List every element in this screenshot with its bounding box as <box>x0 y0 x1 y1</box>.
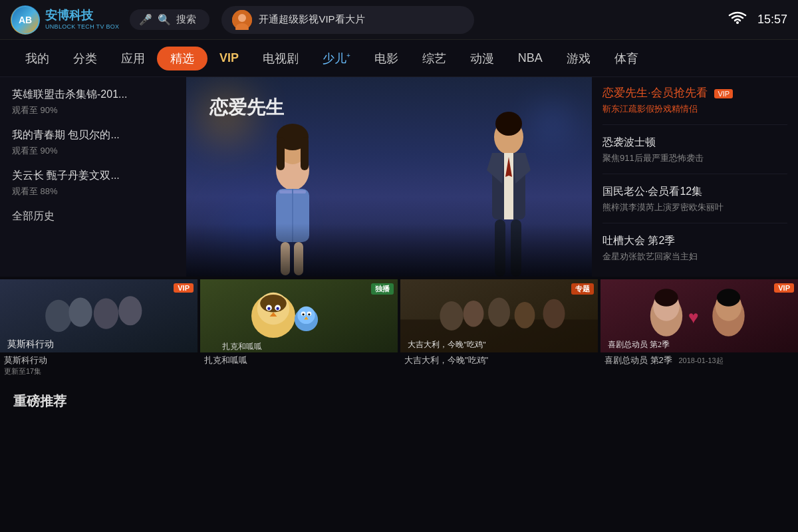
history-item-2[interactable]: 我的青春期 包贝尔的... 观看至 90% <box>12 128 174 157</box>
nav-item-kids[interactable]: 少儿+ <box>311 45 362 72</box>
nav-item-movies[interactable]: 电影 <box>362 45 410 72</box>
svg-rect-12 <box>277 137 285 170</box>
thumb-label-3: 大吉大利，今晚"吃鸡" <box>400 352 598 369</box>
svg-point-45 <box>297 307 315 324</box>
sidebar-item-4[interactable]: 吐槽大会 第2季 金星劝张歆艺回家当主妇 <box>602 234 787 272</box>
svg-text:莫斯科行动: 莫斯科行动 <box>7 338 54 349</box>
sidebar-item-2[interactable]: 恐袭波士顿 聚焦911后最严重恐怖袭击 <box>602 136 787 174</box>
svg-text:喜剧总动员 第2季: 喜剧总动员 第2季 <box>608 340 670 349</box>
svg-point-42 <box>276 307 279 310</box>
main-content: 英雄联盟击杀集锦-201... 观看至 90% 我的青春期 包贝尔的... 观看… <box>0 77 798 277</box>
svg-point-58 <box>543 299 565 329</box>
svg-point-67 <box>717 289 740 306</box>
time-display: 15:57 <box>757 13 787 27</box>
search-icon: 🔍 <box>158 13 171 26</box>
nav-item-games[interactable]: 游戏 <box>555 45 602 72</box>
svg-rect-13 <box>301 137 309 170</box>
svg-point-6 <box>736 21 739 24</box>
logo-icon: AB <box>11 5 40 35</box>
svg-point-29 <box>45 300 72 332</box>
sidebar-desc-3: 熊梓淇李漠芮上演罗密欧朱丽叶 <box>602 201 787 213</box>
svg-point-55 <box>464 301 484 327</box>
nav-item-vip[interactable]: VIP <box>207 46 251 70</box>
nav-item-my[interactable]: 我的 <box>13 45 61 72</box>
wifi-icon <box>728 11 747 29</box>
logo-area: AB 安博科技 UNBLOCK TECH TV BOX <box>11 5 119 35</box>
thumb-item-1[interactable]: 莫斯科行动 VIP 莫斯科行动 更新至17集 <box>0 279 198 380</box>
search-label: 搜索 <box>176 13 196 26</box>
thumb-label-2: 扎克和呱呱 <box>200 352 398 369</box>
sidebar-title-2: 恐袭波士顿 <box>602 136 787 150</box>
feature-area[interactable]: 恋爱先生 <box>186 77 592 277</box>
sidebar-title-4: 吐槽大会 第2季 <box>602 234 787 248</box>
thumb-badge-1: VIP <box>174 283 194 293</box>
svg-point-54 <box>440 301 463 331</box>
nav-item-category[interactable]: 分类 <box>61 45 109 72</box>
history-panel: 英雄联盟击杀集锦-201... 观看至 90% 我的青春期 包贝尔的... 观看… <box>0 77 186 277</box>
svg-point-32 <box>118 296 142 325</box>
logo-cn: 安博科技 <box>45 9 119 23</box>
section-title: 重磅推荐 <box>13 392 785 410</box>
logo-en: UNBLOCK TECH TV BOX <box>45 23 119 31</box>
history-title-3: 关云长 甄子丹姜文双... <box>12 169 174 183</box>
vip-promo-bar[interactable]: 开通超级影视VIP看大片 <box>221 6 474 34</box>
svg-point-31 <box>94 299 118 329</box>
thumb-bg-3: 大吉大利，今晚"吃鸡" 专题 <box>400 279 598 352</box>
vip-promo-text: 开通超级影视VIP看大片 <box>259 13 364 26</box>
thumb-badge-3: 专题 <box>571 283 594 295</box>
vip-badge: VIP <box>714 89 733 98</box>
history-title-1: 英雄联盟击杀集锦-201... <box>12 88 174 102</box>
navigation: 我的 分类 应用 精选 VIP 电视剧 少儿+ 电影 综艺 动漫 NBA 游戏 … <box>0 40 798 77</box>
thumb-item-2[interactable]: 扎克和呱呱 独播 扎克和呱呱 <box>200 279 398 380</box>
svg-text:♥: ♥ <box>688 307 699 327</box>
svg-text:大吉大利，今晚"吃鸡": 大吉大利，今晚"吃鸡" <box>408 340 486 349</box>
thumb-item-3[interactable]: 大吉大利，今晚"吃鸡" 专题 大吉大利，今晚"吃鸡" <box>400 279 598 380</box>
sidebar-desc-2: 聚焦911后最严重恐怖袭击 <box>602 152 787 164</box>
nav-item-featured[interactable]: 精选 <box>157 47 207 70</box>
history-item-1[interactable]: 英雄联盟击杀集锦-201... 观看至 90% <box>12 88 174 116</box>
mic-icon: 🎤 <box>139 13 152 26</box>
nav-item-apps[interactable]: 应用 <box>109 45 157 72</box>
sidebar-item-3[interactable]: 国民老公·会员看12集 熊梓淇李漠芮上演罗密欧朱丽叶 <box>602 185 787 223</box>
thumb-item-4[interactable]: ♥ 喜剧总动员 第2季 VIP 喜剧总动员 第2季 2018-01-13起 <box>600 279 798 380</box>
svg-point-57 <box>515 302 535 329</box>
search-area[interactable]: 🎤 🔍 搜索 <box>130 9 209 30</box>
thumb-bg-2: 扎克和呱呱 独播 <box>200 279 398 352</box>
history-progress-1: 观看至 90% <box>12 104 174 116</box>
vip-avatar <box>232 10 252 30</box>
nav-item-nba[interactable]: NBA <box>506 46 555 70</box>
svg-text:AB: AB <box>19 15 32 25</box>
header: AB 安博科技 UNBLOCK TECH TV BOX 🎤 🔍 搜索 开通超级影… <box>0 0 798 40</box>
svg-point-38 <box>260 295 287 312</box>
show-title-image: 恋爱先生 <box>206 90 286 126</box>
thumb-badge-2: 独播 <box>371 283 394 295</box>
svg-point-30 <box>68 298 92 327</box>
svg-point-19 <box>495 112 522 136</box>
sidebar-title-1: 恋爱先生·会员抢先看 VIP <box>602 85 787 100</box>
thumb-bg-1: 莫斯科行动 VIP <box>0 279 198 352</box>
history-title-2: 我的青春期 包贝尔的... <box>12 128 174 142</box>
svg-text:恋爱先生: 恋爱先生 <box>209 96 285 118</box>
sidebar-title-3: 国民老公·会员看12集 <box>602 185 787 199</box>
thumb-badge-4: VIP <box>774 283 794 293</box>
history-progress-2: 观看至 90% <box>12 145 174 157</box>
thumbnails-row: 莫斯科行动 VIP 莫斯科行动 更新至17集 <box>0 277 798 383</box>
sidebar-subtitle-1: 靳东江疏影假扮戏精情侣 <box>602 103 787 115</box>
svg-point-41 <box>267 307 270 310</box>
sidebar-desc-4: 金星劝张歆艺回家当主妇 <box>602 251 787 263</box>
nav-item-tvdrama[interactable]: 电视剧 <box>251 45 311 72</box>
svg-point-4 <box>238 14 246 22</box>
bottom-section: 重磅推荐 <box>0 383 798 417</box>
nav-item-anime[interactable]: 动漫 <box>458 45 506 72</box>
history-item-3[interactable]: 关云长 甄子丹姜文双... 观看至 88% <box>12 169 174 198</box>
svg-point-63 <box>654 289 678 306</box>
thumb-bg-4: ♥ 喜剧总动员 第2季 VIP <box>600 279 798 352</box>
thumb-label-4: 喜剧总动员 第2季 2018-01-13起 <box>600 352 798 369</box>
sidebar-item-1[interactable]: 恋爱先生·会员抢先看 VIP 靳东江疏影假扮戏精情侣 <box>602 85 787 125</box>
all-history-link[interactable]: 全部历史 <box>12 209 174 223</box>
nav-item-sports[interactable]: 体育 <box>602 45 650 72</box>
nav-item-variety[interactable]: 综艺 <box>410 45 458 72</box>
header-right: 15:57 <box>728 11 787 29</box>
svg-point-48 <box>302 313 304 315</box>
thumb-label-1: 莫斯科行动 更新至17集 <box>0 352 198 378</box>
